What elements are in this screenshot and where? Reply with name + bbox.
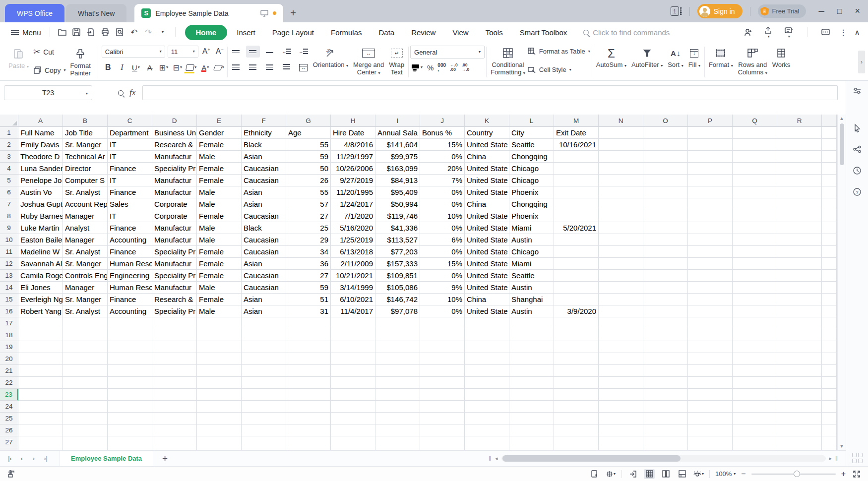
cell-O7[interactable] (643, 198, 688, 210)
row-header-24[interactable]: 24 (0, 401, 18, 413)
cell-N18[interactable] (599, 329, 643, 341)
cell-P7[interactable] (688, 198, 733, 210)
cell-D19[interactable] (152, 341, 197, 353)
cell-D12[interactable]: Manufactur (152, 258, 197, 270)
cell-D15[interactable]: Research & (152, 294, 197, 305)
redo-button[interactable]: ↷ (142, 26, 155, 39)
cell-R16[interactable] (777, 305, 822, 317)
cell-Q16[interactable] (733, 305, 777, 317)
cell-C3[interactable]: IT (108, 151, 152, 163)
cell-R3[interactable] (777, 151, 822, 163)
cell-E19[interactable] (197, 341, 242, 353)
vertical-scroll-thumb[interactable] (840, 123, 844, 165)
column-header-k[interactable]: K (465, 115, 509, 127)
column-header-o[interactable]: O (643, 115, 688, 127)
cell-C10[interactable]: Accounting (108, 234, 152, 246)
cell-A1[interactable]: Full Name (18, 127, 63, 139)
cell-I12[interactable]: $157,333 (375, 258, 420, 270)
cell-Q9[interactable] (733, 222, 777, 234)
cell-Q20[interactable] (733, 353, 777, 365)
cell-D20[interactable] (152, 353, 197, 365)
cell-P5[interactable] (688, 175, 733, 186)
cell-P12[interactable] (688, 258, 733, 270)
cell-P16[interactable] (688, 305, 733, 317)
quick-calculate-icon[interactable]: ▾ (605, 469, 616, 479)
cell-G12[interactable]: 36 (286, 258, 331, 270)
cell-A19[interactable] (18, 341, 63, 353)
cell-M3[interactable] (554, 151, 599, 163)
cell-J20[interactable] (420, 353, 465, 365)
cell-B15[interactable]: Sr. Manger (63, 294, 108, 305)
cell-Q6[interactable] (733, 186, 777, 198)
cell-B6[interactable]: Sr. Analyst (63, 186, 108, 198)
cell-J16[interactable]: 0% (420, 305, 465, 317)
cell-L23[interactable] (509, 389, 554, 401)
cell-N7[interactable] (599, 198, 643, 210)
cell-P14[interactable] (688, 282, 733, 294)
wps-office-tab[interactable]: WPS Office (5, 4, 64, 22)
column-header-a[interactable]: A (18, 115, 63, 127)
invite-user-icon[interactable] (742, 26, 755, 39)
cell-I15[interactable]: $146,742 (375, 294, 420, 305)
cell-I21[interactable] (375, 365, 420, 377)
cell-C14[interactable]: Human Reso (108, 282, 152, 294)
cell-M1[interactable]: Exit Date (554, 127, 599, 139)
cell-R21[interactable] (777, 365, 822, 377)
cell-E25[interactable] (197, 413, 242, 424)
cell-I10[interactable]: $113,527 (375, 234, 420, 246)
column-header-n[interactable]: N (599, 115, 643, 127)
cell-H10[interactable]: 1/25/2019 (331, 234, 375, 246)
cell-G20[interactable] (286, 353, 331, 365)
last-sheet-button[interactable]: ›| (40, 455, 52, 462)
underline-button[interactable]: U▾ (129, 61, 142, 73)
cell-P27[interactable] (688, 436, 733, 448)
previous-sheet-button[interactable]: ‹ (16, 455, 28, 462)
cell-L12[interactable]: Miami (509, 258, 554, 270)
cell-F5[interactable]: Caucasian (242, 175, 286, 186)
cell-I19[interactable] (375, 341, 420, 353)
cell-C2[interactable]: IT (108, 139, 152, 151)
row-header-1[interactable]: 1 (0, 127, 18, 139)
font-name-select[interactable]: Calibri▾ (102, 46, 165, 58)
align-middle-button[interactable] (246, 46, 260, 58)
cell-B3[interactable]: Technical Ar (63, 151, 108, 163)
cell-M26[interactable] (554, 424, 599, 436)
cell-N27[interactable] (599, 436, 643, 448)
cell-F8[interactable]: Caucasian (242, 210, 286, 222)
cell-H19[interactable] (331, 341, 375, 353)
cell-R11[interactable] (777, 246, 822, 258)
cell-M6[interactable] (554, 186, 599, 198)
cell-L21[interactable] (509, 365, 554, 377)
row-header-11[interactable]: 11 (0, 246, 18, 258)
cell-D23[interactable] (152, 389, 197, 401)
cell-L1[interactable]: City (509, 127, 554, 139)
cell-N12[interactable] (599, 258, 643, 270)
cell-B26[interactable] (63, 424, 108, 436)
cell-G24[interactable] (286, 401, 331, 413)
cell-P17[interactable] (688, 317, 733, 329)
distributed-button[interactable]: ↔ (297, 61, 310, 73)
cell-A18[interactable] (18, 329, 63, 341)
cell-E10[interactable]: Male (197, 234, 242, 246)
cell-F26[interactable] (242, 424, 286, 436)
cell-B24[interactable] (63, 401, 108, 413)
cell-I4[interactable]: $163,099 (375, 163, 420, 175)
cell-O25[interactable] (643, 413, 688, 424)
cell-K11[interactable]: United State (465, 246, 509, 258)
cell-J15[interactable]: 10% (420, 294, 465, 305)
clear-format-button[interactable]: ▾ (213, 61, 226, 73)
cell-J8[interactable]: 10% (420, 210, 465, 222)
cell-J21[interactable] (420, 365, 465, 377)
cell-Q23[interactable] (733, 389, 777, 401)
cell-A27[interactable] (18, 436, 63, 448)
cell-G23[interactable] (286, 389, 331, 401)
cell-O4[interactable] (643, 163, 688, 175)
share-icon[interactable]: ▾ (762, 26, 775, 39)
cell-J23[interactable] (420, 389, 465, 401)
cell-I23[interactable] (375, 389, 420, 401)
format-button[interactable]: Format ▾ (706, 44, 736, 80)
cell-L10[interactable]: Austin (509, 234, 554, 246)
cell-M18[interactable] (554, 329, 599, 341)
sign-in-button[interactable]: Sign in (697, 4, 743, 18)
cell-E5[interactable]: Female (197, 175, 242, 186)
